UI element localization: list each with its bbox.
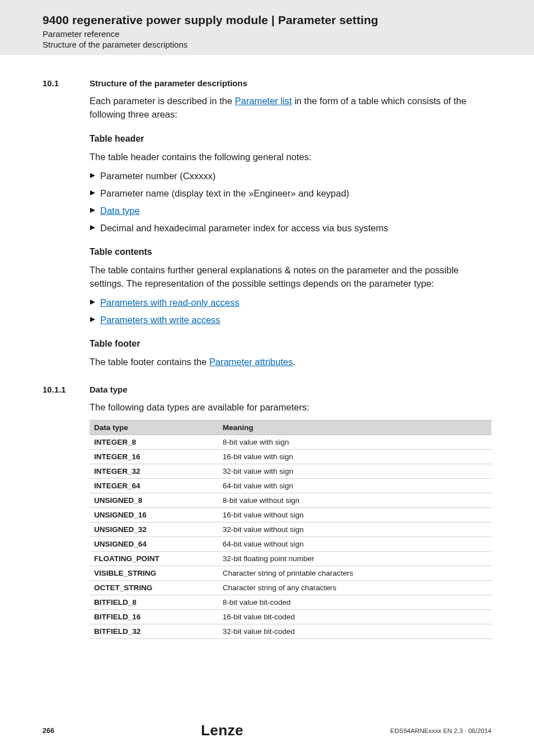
datatype-cell: UNSIGNED_64	[90, 537, 218, 552]
table-footer-line: The table footer contains the Parameter …	[90, 356, 491, 369]
table-row: UNSIGNED_1616-bit value without sign	[90, 508, 491, 522]
table-row: VISIBLE_STRINGCharacter string of printa…	[90, 566, 491, 581]
brand-logo: Lenze	[201, 722, 243, 739]
datatype-cell: FLOATING_POINT	[90, 552, 218, 566]
page-header: 9400 regenerative power supply module | …	[0, 0, 534, 55]
bullet-text: Decimal and hexadecimal parameter index …	[100, 222, 388, 235]
meaning-cell: 16-bit value without sign	[218, 508, 491, 522]
section-title: Structure of the parameter descriptions	[90, 78, 247, 88]
datatype-table: Data type Meaning INTEGER_88-bit value w…	[90, 420, 491, 639]
section-number: 10.1.1	[43, 385, 90, 394]
section-number: 10.1	[43, 78, 90, 88]
intro-text-a: Each parameter is described in the	[90, 96, 235, 106]
meaning-cell: Character string of any characters	[218, 581, 491, 595]
table-row: FLOATING_POINT32-bit floating point numb…	[90, 552, 491, 566]
meaning-cell: 8-bit value with sign	[218, 435, 491, 450]
table-row: BITFIELD_3232-bit value bit-coded	[90, 624, 491, 639]
doc-title: 9400 regenerative power supply module | …	[43, 13, 534, 27]
table-row: UNSIGNED_88-bit value without sign	[90, 493, 491, 508]
table-footer-heading: Table footer	[90, 339, 491, 349]
triangle-bullet-icon	[90, 190, 96, 196]
triangle-bullet-icon	[90, 225, 96, 231]
page-number: 266	[43, 727, 54, 735]
table-row: INTEGER_88-bit value with sign	[90, 435, 491, 450]
datatype-cell: BITFIELD_32	[90, 624, 218, 639]
page-footer: 266 Lenze EDS94ARNExxxx EN 2.3 · 06/2014	[0, 722, 534, 739]
datatype-cell: BITFIELD_16	[90, 610, 218, 624]
col-header-datatype: Data type	[90, 421, 218, 435]
section-intro: Each parameter is described in the Param…	[90, 95, 491, 122]
section-title: Data type	[90, 385, 128, 394]
table-contents-heading: Table contents	[90, 247, 491, 257]
bullet-text: Parameter number (Cxxxxx)	[100, 170, 216, 183]
table-header-heading: Table header	[90, 134, 491, 144]
table-row: INTEGER_3232-bit value with sign	[90, 464, 491, 479]
write-params-link[interactable]: Parameters with write access	[100, 314, 221, 326]
triangle-bullet-icon	[90, 299, 96, 305]
datatype-cell: INTEGER_32	[90, 464, 218, 479]
table-contents-line: The table contains further general expla…	[90, 264, 491, 291]
meaning-cell: 32-bit value without sign	[218, 522, 491, 537]
meaning-cell: 64-bit value without sign	[218, 537, 491, 552]
table-header-bullets: Parameter number (Cxxxxx) Parameter name…	[90, 170, 491, 235]
section-10-1-1-heading: 10.1.1 Data type	[43, 385, 491, 394]
table-row: INTEGER_1616-bit value with sign	[90, 450, 491, 464]
meaning-cell: 16-bit value with sign	[218, 450, 491, 464]
datatype-cell: BITFIELD_8	[90, 595, 218, 610]
bullet-item: Data type	[90, 204, 491, 217]
datatype-cell: UNSIGNED_8	[90, 493, 218, 508]
table-header-line: The table header contains the following …	[90, 151, 491, 164]
meaning-cell: 64-bit value with sign	[218, 479, 491, 493]
meaning-cell: Character string of printable characters	[218, 566, 491, 581]
read-only-params-link[interactable]: Parameters with read-only access	[100, 296, 240, 309]
meaning-cell: 32-bit value bit-coded	[218, 624, 491, 639]
meaning-cell: 8-bit value without sign	[218, 493, 491, 508]
datatype-cell: INTEGER_16	[90, 450, 218, 464]
datatype-cell: INTEGER_64	[90, 479, 218, 493]
bullet-item: Parameters with write access	[90, 314, 491, 326]
table-row: UNSIGNED_6464-bit value without sign	[90, 537, 491, 552]
doc-subtitle-2: Structure of the parameter descriptions	[43, 40, 534, 49]
bullet-item: Decimal and hexadecimal parameter index …	[90, 222, 491, 235]
datatype-cell: INTEGER_8	[90, 435, 218, 450]
bullet-item: Parameter number (Cxxxxx)	[90, 170, 491, 183]
parameter-list-link[interactable]: Parameter list	[235, 96, 292, 106]
table-row: INTEGER_6464-bit value with sign	[90, 479, 491, 493]
bullet-item: Parameter name (display text in the »Eng…	[90, 187, 491, 200]
table-row: BITFIELD_1616-bit value bit-coded	[90, 610, 491, 624]
bullet-text: Parameter name (display text in the »Eng…	[100, 187, 349, 200]
doc-id: EDS94ARNExxxx EN 2.3 · 06/2014	[390, 727, 491, 734]
datatype-cell: UNSIGNED_16	[90, 508, 218, 522]
datatype-cell: VISIBLE_STRING	[90, 566, 218, 581]
triangle-bullet-icon	[90, 207, 96, 213]
tf-text-a: The table footer contains the	[90, 357, 209, 367]
data-type-link[interactable]: Data type	[100, 204, 140, 217]
table-row: UNSIGNED_3232-bit value without sign	[90, 522, 491, 537]
table-row: BITFIELD_88-bit value bit-coded	[90, 595, 491, 610]
parameter-attributes-link[interactable]: Parameter attributes	[209, 357, 293, 367]
datatype-intro: The following data types are available f…	[90, 401, 491, 414]
table-contents-bullets: Parameters with read-only access Paramet…	[90, 296, 491, 326]
bullet-item: Parameters with read-only access	[90, 296, 491, 309]
datatype-cell: OCTET_STRING	[90, 581, 218, 595]
meaning-cell: 8-bit value bit-coded	[218, 595, 491, 610]
datatype-cell: UNSIGNED_32	[90, 522, 218, 537]
triangle-bullet-icon	[90, 316, 96, 323]
section-10-1-heading: 10.1 Structure of the parameter descript…	[43, 78, 491, 88]
content-area: 10.1 Structure of the parameter descript…	[0, 55, 534, 639]
meaning-cell: 16-bit value bit-coded	[218, 610, 491, 624]
meaning-cell: 32-bit floating point number	[218, 552, 491, 566]
tf-text-b: .	[293, 357, 296, 367]
meaning-cell: 32-bit value with sign	[218, 464, 491, 479]
col-header-meaning: Meaning	[218, 421, 491, 435]
triangle-bullet-icon	[90, 172, 96, 179]
table-row: OCTET_STRINGCharacter string of any char…	[90, 581, 491, 595]
doc-subtitle-1: Parameter reference	[43, 29, 534, 39]
